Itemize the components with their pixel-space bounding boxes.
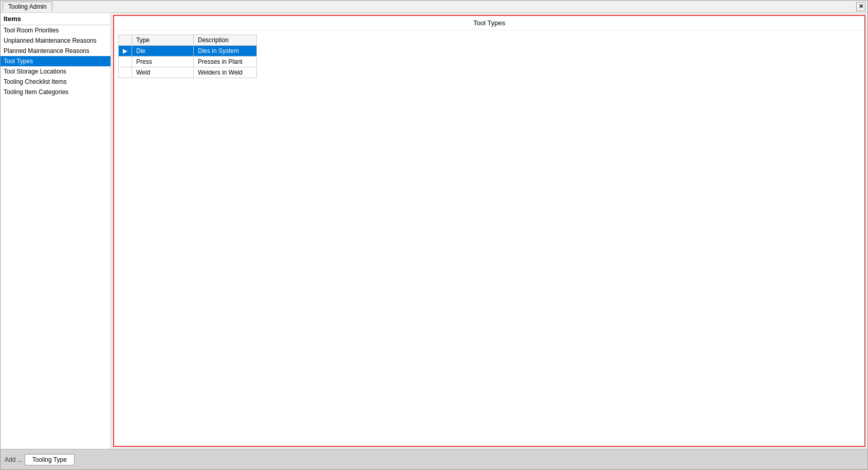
row-type: Die — [132, 46, 194, 57]
content-title: Tool Types — [114, 16, 864, 30]
sidebar-item-tooling-checklist-items[interactable]: Tooling Checklist Items — [1, 77, 110, 87]
row-arrow: ▶ — [119, 46, 132, 57]
row-arrow — [119, 67, 132, 78]
row-type: Weld — [132, 67, 194, 78]
col-header-description: Description — [194, 35, 257, 46]
table-row[interactable]: PressPresses in Plant — [119, 57, 257, 67]
sidebar-item-tool-types[interactable]: Tool Types — [1, 56, 110, 66]
table-container: TypeDescription ▶DieDies in SystemPressP… — [114, 30, 864, 446]
tool-types-table: TypeDescription ▶DieDies in SystemPressP… — [118, 34, 257, 78]
footer: Add ... Tooling Type — [1, 449, 867, 469]
add-label: Add ... — [5, 456, 23, 463]
sidebar: Items Tool Room PrioritiesUnplanned Main… — [1, 13, 111, 449]
close-button[interactable]: ✕ — [856, 2, 865, 11]
sidebar-item-planned-maintenance-reasons[interactable]: Planned Maintenance Reasons — [1, 46, 110, 56]
main-area: Items Tool Room PrioritiesUnplanned Main… — [1, 13, 867, 449]
main-window: Tooling Admin ✕ Items Tool Room Prioriti… — [0, 0, 868, 470]
sidebar-item-tool-storage-locations[interactable]: Tool Storage Locations — [1, 66, 110, 77]
table-row[interactable]: WeldWelders in Weld — [119, 67, 257, 78]
sidebar-header: Items — [1, 13, 110, 25]
content-area: Tool Types TypeDescription ▶DieDies in S… — [113, 15, 865, 447]
row-description: Presses in Plant — [194, 57, 257, 67]
title-bar: Tooling Admin ✕ — [1, 1, 867, 13]
col-header-arrow — [119, 35, 132, 46]
sidebar-item-unplanned-maintenance-reasons[interactable]: Unplanned Maintenance Reasons — [1, 35, 110, 46]
row-arrow — [119, 57, 132, 67]
sidebar-item-tool-room-priorities[interactable]: Tool Room Priorities — [1, 25, 110, 35]
col-header-type: Type — [132, 35, 194, 46]
tooling-type-button[interactable]: Tooling Type — [25, 454, 75, 465]
title-tab: Tooling Admin — [3, 2, 52, 11]
sidebar-item-tooling-item-categories[interactable]: Tooling Item Categories — [1, 87, 110, 97]
table-row[interactable]: ▶DieDies in System — [119, 46, 257, 57]
row-description: Dies in System — [194, 46, 257, 57]
row-description: Welders in Weld — [194, 67, 257, 78]
row-type: Press — [132, 57, 194, 67]
